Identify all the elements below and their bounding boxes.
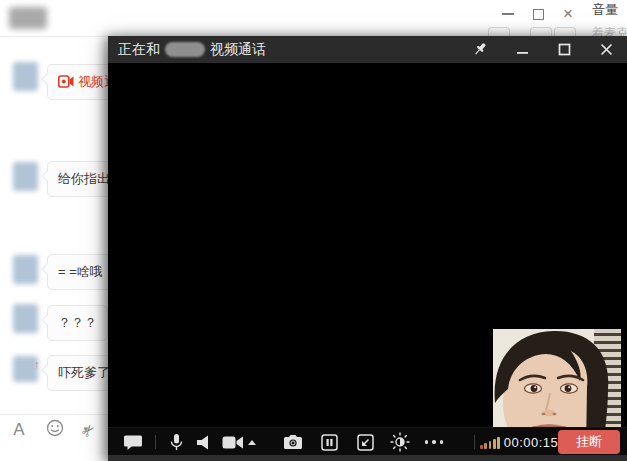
bubble-tail	[41, 364, 52, 375]
call-title: 正在和 视频通话	[108, 41, 266, 59]
call-close-button[interactable]	[585, 36, 627, 63]
message-text: ？？？	[58, 315, 97, 330]
video-call-window: 正在和 视频通话	[108, 36, 627, 461]
bg-maximize-button[interactable]	[530, 6, 546, 22]
message-text: = =啥哦	[58, 264, 103, 279]
font-style-button[interactable]: A	[10, 420, 28, 440]
screenshot-button[interactable]: ✂▾	[82, 421, 95, 440]
video-camera-icon	[222, 435, 244, 450]
microphone-button[interactable]	[166, 428, 186, 456]
bg-minimize-button[interactable]	[500, 6, 516, 22]
caret-up-icon[interactable]	[248, 440, 256, 445]
close-icon: ×	[563, 7, 573, 21]
remote-video-area	[108, 63, 627, 427]
brightness-button[interactable]	[387, 428, 413, 456]
avatar[interactable]	[13, 62, 38, 91]
bubble-tail	[41, 263, 52, 274]
more-options-button[interactable]	[421, 428, 447, 456]
speaker-icon	[196, 434, 211, 451]
chat-button[interactable]	[120, 428, 146, 456]
video-call-icon	[58, 75, 74, 91]
network-signal-indicator	[479, 428, 501, 456]
contact-name-blurred	[9, 7, 47, 29]
call-titlebar[interactable]: 正在和 视频通话	[108, 36, 627, 63]
camera-toggle-button[interactable]	[220, 428, 258, 456]
message-bubble[interactable]: ？？？	[47, 305, 108, 341]
microphone-icon	[169, 433, 184, 452]
arrow-into-box-icon	[357, 434, 374, 451]
message-bubble[interactable]: = =啥哦	[47, 254, 114, 290]
separator	[474, 435, 475, 449]
call-minimize-button[interactable]	[501, 36, 543, 63]
call-timer: 00:00:15	[504, 428, 558, 456]
pin-icon	[472, 41, 489, 58]
layout-toggle-button[interactable]	[317, 428, 341, 456]
call-maximize-button[interactable]	[543, 36, 585, 63]
peer-name-blurred	[165, 42, 205, 57]
speaker-button[interactable]	[193, 428, 213, 456]
minimize-icon	[516, 43, 529, 56]
volume-label: 音量	[592, 1, 618, 19]
photo-camera-icon	[283, 434, 303, 450]
scissors-icon: ✂	[77, 419, 100, 441]
share-screen-button[interactable]	[353, 428, 377, 456]
message-text: 给你指出	[58, 171, 110, 186]
bubble-tail	[41, 170, 52, 181]
brightness-icon	[390, 432, 410, 452]
separator	[155, 435, 156, 449]
screen: × 音量 着麦克 视频通话 给你指出 = =啥哦 ？？？ ↑ 吓死爹了 A	[0, 0, 627, 461]
pin-button[interactable]	[459, 36, 501, 63]
signal-bars-icon	[480, 436, 500, 449]
maximize-icon	[558, 43, 571, 56]
window-bottom-border	[108, 455, 627, 461]
sent-arrow-icon: ↑	[34, 358, 40, 370]
minimize-icon	[502, 13, 514, 15]
avatar[interactable]	[13, 304, 38, 333]
chat-bubble-icon	[124, 434, 143, 451]
avatar[interactable]	[13, 162, 38, 191]
avatar[interactable]	[13, 255, 38, 284]
screenshot-capture-button[interactable]	[281, 428, 305, 456]
ellipsis-icon	[425, 440, 444, 444]
bubble-tail	[41, 314, 52, 325]
bubble-tail	[41, 73, 52, 84]
close-icon	[600, 43, 613, 56]
title-suffix: 视频通话	[210, 41, 266, 59]
bg-close-button[interactable]: ×	[560, 6, 576, 22]
call-toolbar: 00:00:15 挂断	[108, 427, 627, 455]
title-prefix: 正在和	[118, 41, 160, 59]
hangup-button[interactable]: 挂断	[558, 430, 620, 454]
message-text: 吓死爹了	[58, 365, 110, 380]
pause-panel-icon	[321, 434, 338, 451]
emoji-button[interactable]	[46, 419, 64, 441]
maximize-icon	[533, 9, 544, 20]
smiley-icon	[46, 419, 64, 437]
